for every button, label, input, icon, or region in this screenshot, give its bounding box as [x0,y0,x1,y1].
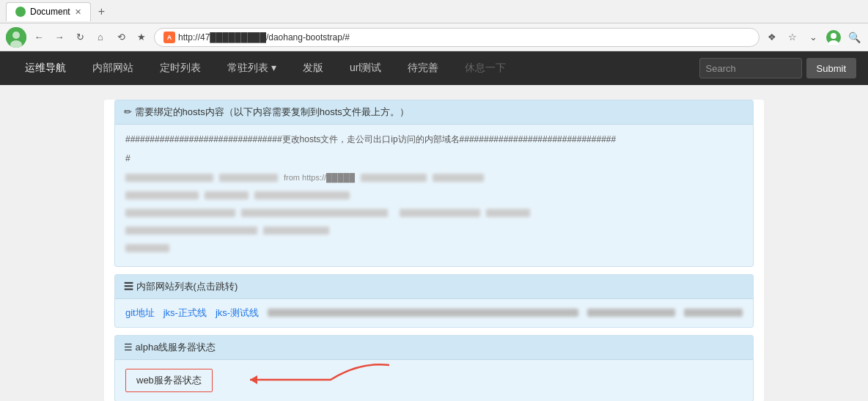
nav-item-frequent[interactable]: 常驻列表 ▾ [214,51,290,85]
blurred-row-2 [125,188,743,202]
toolbar-right: ❖ ☆ ⌄ 🔍 [764,29,862,45]
site-list-blurred [268,309,578,317]
browser-toolbar: ← → ↻ ⌂ ⟲ ★ A http://47█████████/daohang… [0,23,868,51]
jks-test-link[interactable]: jks-测试线 [216,306,259,320]
star-button[interactable]: ☆ [784,29,801,45]
svg-marker-6 [250,375,257,384]
arrow-annotation: web服务器状态 [125,369,213,392]
tab-bar: Document ✕ + [6,2,109,21]
home-button[interactable]: ⌂ [92,29,108,45]
history-back-button[interactable]: ⟲ [113,29,129,45]
submit-button[interactable]: Submit [806,58,856,78]
nav-search: Submit [699,58,856,78]
profile-button[interactable] [825,29,842,45]
hosts-section-header: ✏ 需要绑定的hosts内容（以下内容需要复制到hosts文件最上方。） [115,100,753,125]
internal-sites-body: git地址 jks-正式线 jks-测试线 [115,299,753,327]
hosts-hash-line: # [125,151,743,166]
jks-prod-link[interactable]: jks-正式线 [163,306,207,320]
internal-sites-section: ☰ 内部网站列表(点击跳转) git地址 jks-正式线 jks-测试线 [114,274,754,328]
bookmark-button[interactable]: ★ [133,29,150,45]
nav-item-url-test[interactable]: url测试 [336,51,395,85]
site-navbar: 运维导航 内部网站 定时列表 常驻列表 ▾ 发版 url测试 待完善 休息一下 … [0,51,868,85]
browser-tab[interactable]: Document ✕ [6,2,91,21]
svg-point-1 [12,32,20,39]
nav-item-break: 休息一下 [452,51,519,85]
refresh-button[interactable]: ↻ [72,29,88,45]
hosts-header-text: ✏ 需要绑定的hosts内容（以下内容需要复制到hosts文件最上方。） [124,106,409,119]
alpha-section-body: web服务器状态 [115,360,753,401]
nav-item-pending[interactable]: 待完善 [394,51,452,85]
web-status-label: web服务器状态 [136,375,202,386]
alpha-header-text: ☰ alpha线服务器状态 [124,341,216,354]
nav-item-internal-site[interactable]: 内部网站 [79,51,147,85]
ai-icon: A [163,32,175,43]
search-button[interactable]: 🔍 [846,29,862,45]
web-status-button[interactable]: web服务器状态 [125,369,213,392]
hosts-section-body: ################################更改hosts文… [115,125,753,266]
blurred-row-3 [125,206,743,220]
address-bar[interactable]: A http://47█████████/daohang-bootstrap/# [154,28,760,47]
main-container: ✏ 需要绑定的hosts内容（以下内容需要复制到hosts文件最上方。） ###… [104,100,764,401]
forward-button[interactable]: → [51,29,67,45]
internal-sites-header-text: ☰ 内部网站列表(点击跳转) [124,280,238,293]
address-url: http://47█████████/daohang-bootstrap/# [178,32,350,43]
nav-item-release[interactable]: 发版 [290,51,336,85]
profile-avatar [6,27,26,48]
hosts-title-line: ################################更改hosts文… [125,132,743,147]
tab-title: Document [30,7,70,17]
blurred-row-4 [125,224,743,238]
back-button[interactable]: ← [31,29,47,45]
new-tab-button[interactable]: + [94,5,109,18]
page-content: ✏ 需要绑定的hosts内容（以下内容需要复制到hosts文件最上方。） ###… [0,85,868,401]
alpha-section: ☰ alpha线服务器状态 web服务器状态 [114,335,754,401]
alpha-section-header: ☰ alpha线服务器状态 [115,336,753,360]
site-list-blurred-3 [684,309,743,317]
tab-close-button[interactable]: ✕ [75,7,81,17]
nav-item-ops-nav[interactable]: 运维导航 [12,51,79,85]
git-link[interactable]: git地址 [125,306,155,320]
nav-item-schedule[interactable]: 定时列表 [147,51,214,85]
hosts-section: ✏ 需要绑定的hosts内容（以下内容需要复制到hosts文件最上方。） ###… [114,100,754,267]
site-list-blurred-2 [587,309,675,317]
blurred-row-1: from https://█████ [125,171,743,185]
internal-sites-header: ☰ 内部网站列表(点击跳转) [115,275,753,299]
search-input[interactable] [699,58,802,78]
tab-favicon [15,7,26,17]
browser-titlebar: Document ✕ + [0,0,868,23]
extensions-button[interactable]: ❖ [764,29,780,45]
chevron-button[interactable]: ⌄ [805,29,821,45]
svg-point-4 [831,33,836,39]
red-arrow-annotation [243,358,404,401]
blurred-row-5 [125,241,743,255]
